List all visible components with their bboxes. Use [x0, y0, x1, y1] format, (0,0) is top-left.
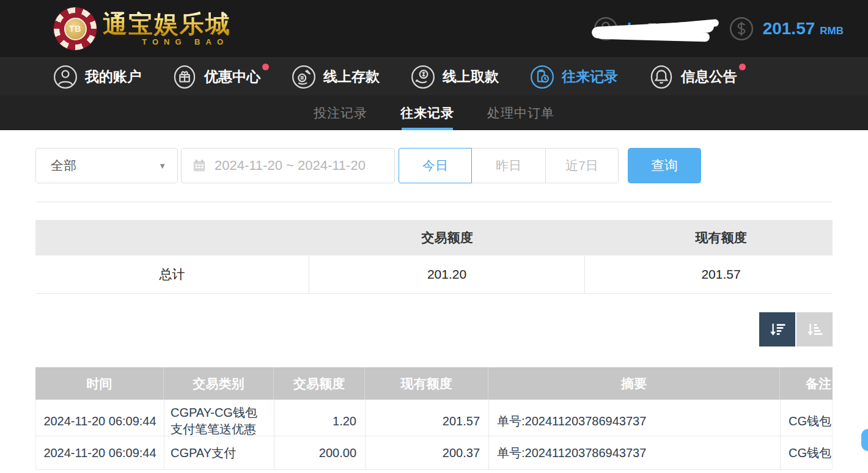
col-header-note: 备注: [780, 367, 857, 400]
bell-icon: [649, 64, 674, 90]
deposit-hand-coin-icon: [291, 64, 317, 90]
balance-value-group: 201.57RMB: [763, 19, 844, 38]
nav-label: 信息公告: [681, 67, 737, 86]
brand-subname: TONG BAO: [142, 37, 229, 46]
summary-current-amount: 201.57: [585, 255, 857, 293]
nav-item-transaction-records[interactable]: 往来记录: [529, 64, 627, 90]
summary-total-label: 总计: [35, 255, 309, 293]
col-header-type: 交易类别: [164, 367, 274, 400]
brand-name: 通宝娱乐城: [103, 12, 231, 36]
records-clipboard-clock-icon: [529, 64, 555, 90]
nav-item-online-withdraw[interactable]: 线上取款: [410, 64, 507, 90]
cell-note: CG钱包: [781, 436, 858, 469]
tab-transaction-records[interactable]: 往来记录: [398, 95, 457, 130]
sort-ascending-button[interactable]: [796, 312, 833, 346]
cell-summary: 单号:202411203786943737: [489, 436, 781, 469]
dollar-circle-icon: [729, 16, 754, 42]
summary-transaction-amount: 201.20: [309, 255, 585, 293]
table-row: 2024-11-20 06:09:44 CGPAY支付 200.00 200.3…: [35, 436, 833, 470]
filter-row: 全部 ▼ 2024-11-20 ~ 2024-11-20 今日 昨日 近7日 查…: [35, 148, 833, 183]
nav-item-promotions[interactable]: 优惠中心: [172, 64, 269, 90]
summary-table: 交易额度 现有额度 总计 201.20 201.57: [35, 220, 833, 294]
sort-desc-icon: [768, 320, 787, 339]
withdraw-hand-coin-icon: [410, 64, 436, 90]
account-user-chip[interactable]: bo7365: [593, 16, 686, 42]
nav-label: 我的账户: [85, 67, 141, 86]
summary-header-empty: [35, 220, 309, 255]
summary-header-current: 现有额度: [585, 220, 857, 255]
table-row: 2024-11-20 06:09:44 CGPAY-CG钱包支付笔笔送优惠 1.…: [35, 400, 833, 436]
username-redacted-wrap: bo7365: [627, 16, 686, 41]
poker-chip-logo-icon: TB: [54, 7, 97, 50]
transaction-type-select[interactable]: 全部 ▼: [35, 148, 178, 183]
sort-controls: [35, 312, 833, 346]
sort-asc-icon: [806, 320, 824, 339]
date-range-input[interactable]: 2024-11-20 ~ 2024-11-20: [181, 148, 395, 183]
chip-inner-ring: TB: [59, 13, 91, 45]
balance-amount: 201.57: [763, 19, 815, 38]
tab-betting-records[interactable]: 投注记录: [311, 95, 370, 130]
date-range-value: 2024-11-20 ~ 2024-11-20: [215, 158, 366, 174]
balance-currency: RMB: [820, 25, 844, 37]
records-header-row: 时间 交易类别 交易额度 现有额度 摘要 备注: [35, 367, 833, 400]
user-icon: [53, 64, 78, 90]
cell-type: CGPAY支付: [164, 436, 274, 469]
tab-pending-orders[interactable]: 处理中订单: [485, 95, 557, 130]
record-tabs: 投注记录 往来记录 处理中订单: [0, 95, 868, 130]
quick-range-group: 今日 昨日 近7日: [399, 148, 619, 183]
nav-label: 往来记录: [562, 67, 618, 86]
select-value: 全部: [51, 157, 76, 174]
summary-header-row: 交易额度 现有额度: [35, 220, 833, 255]
quick-range-yesterday[interactable]: 昨日: [472, 148, 545, 183]
nav-item-my-account[interactable]: 我的账户: [53, 64, 150, 90]
col-header-balance: 现有额度: [365, 367, 488, 400]
summary-header-transaction: 交易额度: [309, 220, 585, 255]
section-divider: [35, 202, 833, 202]
top-header: TB 通宝娱乐城 TONG BAO bo7365: [0, 0, 868, 57]
chip-badge: TB: [64, 18, 87, 40]
records-table: 时间 交易类别 交易额度 现有额度 摘要 备注 2024-11-20 06:09…: [35, 367, 833, 470]
header-right-group: bo7365 201.57RMB: [593, 16, 844, 42]
nav-label: 线上取款: [443, 67, 499, 86]
col-header-summary: 摘要: [488, 367, 780, 400]
transaction-records-page: TB 通宝娱乐城 TONG BAO bo7365: [0, 0, 868, 473]
nav-label: 线上存款: [323, 67, 380, 86]
balance-chip[interactable]: 201.57RMB: [729, 16, 844, 42]
col-header-amount: 交易额度: [274, 367, 365, 400]
floating-widget-edge[interactable]: [861, 429, 868, 451]
notification-dot: [262, 64, 269, 70]
search-button[interactable]: 查询: [628, 148, 701, 183]
nav-label: 优惠中心: [204, 67, 260, 86]
gift-icon: [172, 64, 197, 90]
brand-text: 通宝娱乐城 TONG BAO: [103, 12, 231, 46]
cell-time: 2024-11-20 06:09:44: [36, 436, 164, 469]
quick-range-last7days[interactable]: 近7日: [545, 148, 619, 183]
content-area: 全部 ▼ 2024-11-20 ~ 2024-11-20 今日 昨日 近7日 查…: [0, 148, 868, 470]
sort-descending-button[interactable]: [759, 312, 795, 346]
col-header-time: 时间: [35, 367, 164, 400]
main-navigation: 我的账户 优惠中心 线上存款: [0, 57, 868, 95]
nav-item-online-deposit[interactable]: 线上存款: [291, 64, 388, 90]
nav-item-announcements[interactable]: 信息公告: [649, 64, 746, 90]
notification-dot: [739, 64, 746, 70]
quick-range-today[interactable]: 今日: [399, 148, 472, 183]
cell-balance: 200.37: [366, 436, 489, 469]
summary-total-row: 总计 201.20 201.57: [35, 255, 833, 294]
brand-logo[interactable]: TB 通宝娱乐城 TONG BAO: [54, 7, 231, 50]
calendar-icon: [191, 158, 207, 174]
cell-amount: 200.00: [274, 436, 366, 469]
chevron-down-icon: ▼: [158, 161, 166, 170]
